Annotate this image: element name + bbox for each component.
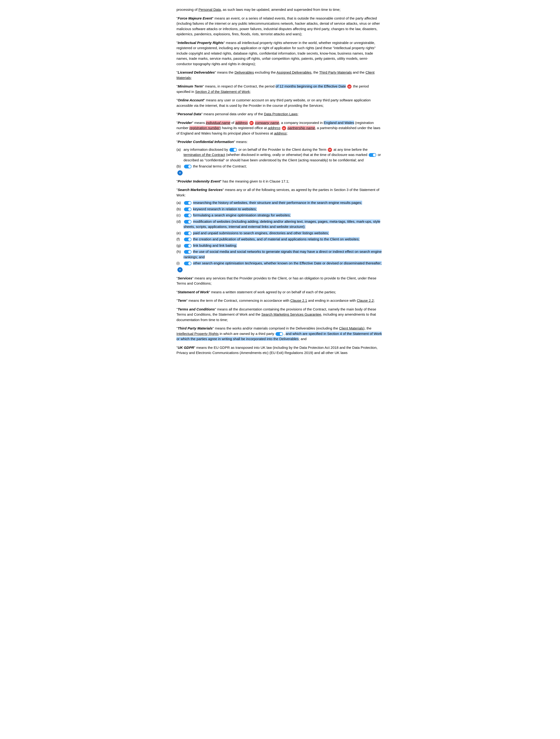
company-name: company name xyxy=(255,121,279,125)
toggle-smc[interactable] xyxy=(184,213,191,217)
individual-name: individual name xyxy=(206,121,230,125)
term-statement-of-work: Statement of Work xyxy=(178,290,209,294)
section-terms-and-conditions: "Terms and Conditions" means all the doc… xyxy=(176,307,384,323)
term-uk-gdpr: UK GDPR xyxy=(178,345,194,349)
search-marketing-item-a: (a) researching the history of websites,… xyxy=(176,200,384,205)
toggle-smi[interactable] xyxy=(184,262,191,265)
toggle-sme[interactable] xyxy=(184,232,191,235)
toggle-smf[interactable] xyxy=(184,238,191,241)
section-uk-gdpr: "UK GDPR" means the EU GDPR as transpose… xyxy=(176,345,384,355)
add-button-1[interactable]: + xyxy=(177,170,182,175)
search-marketing-item-i: (i) other search engine optimisation tec… xyxy=(176,261,384,266)
reg-number: registration number xyxy=(189,126,220,130)
uk-gdpr-text: "UK GDPR" means the EU GDPR as transpose… xyxy=(176,345,384,355)
toggle-1[interactable] xyxy=(230,148,237,152)
list-label-smf: (f) xyxy=(176,237,183,242)
list-label-a1: (a) xyxy=(176,147,183,152)
toggle-smg[interactable] xyxy=(184,244,191,248)
section-provider-indemnity: "Provider Indemnity Event" has the meani… xyxy=(176,179,384,184)
list-content-smb: keyword research in relation to websites… xyxy=(183,206,384,212)
section-force-majeure: "Force Majeure Event" means an event, or… xyxy=(176,16,384,37)
provider-confidential-text: "Provider Confidential Information" mean… xyxy=(176,139,384,145)
term-term: Term xyxy=(178,298,186,302)
list-label-smg: (g) xyxy=(176,243,183,248)
term-search-marketing: Search Marketing Services xyxy=(178,188,223,192)
provider-confidential-item-a: (a) any information disclosed by or on b… xyxy=(176,147,384,163)
toggle-sma[interactable] xyxy=(184,201,191,205)
section-ipr: "Intellectual Property Rights" means all… xyxy=(176,40,384,67)
third-party-materials-text: "Third Party Materials" means the works … xyxy=(176,326,384,342)
minimum-term-text: "Minimum Term" means, in respect of the … xyxy=(176,84,384,94)
force-majeure-text: "Force Majeure Event" means an event, or… xyxy=(176,16,384,37)
toggle-tpm[interactable] xyxy=(276,332,283,336)
list-content-smf: the creation and publication of websites… xyxy=(183,237,384,242)
toggle-smb[interactable] xyxy=(184,207,191,211)
search-marketing-item-d: (d) modification of websites (including … xyxy=(176,219,384,230)
list-content-smi: other search engine optimisation techniq… xyxy=(183,261,384,266)
section-third-party-materials: "Third Party Materials" means the works … xyxy=(176,326,384,342)
list-content-sme: paid and unpaid submissions to search en… xyxy=(183,231,384,236)
section-minimum-term: "Minimum Term" means, in respect of the … xyxy=(176,84,384,94)
ipr-text: "Intellectual Property Rights" means all… xyxy=(176,40,384,67)
address-1: address xyxy=(235,121,248,125)
list-label-smi: (i) xyxy=(176,261,183,266)
provider-text: "Provider" means individual name of addr… xyxy=(176,120,384,136)
search-marketing-item-f: (f) the creation and publication of webs… xyxy=(176,237,384,242)
term-services: Services xyxy=(178,276,192,280)
section-processing: processing of Personal Data, as such law… xyxy=(176,7,384,12)
list-label-smh: (h) xyxy=(176,249,183,255)
list-label-smc: (c) xyxy=(176,212,183,218)
section-licensed-deliverables: "Licensed Deliverables" means the Delive… xyxy=(176,70,384,81)
services-text: "Services" means any services that the P… xyxy=(176,276,384,286)
personal-data-text: "Personal Data" means personal data unde… xyxy=(176,112,384,117)
licensed-deliverables-text: "Licensed Deliverables" means the Delive… xyxy=(176,70,384,81)
list-content-b1: the financial terms of the Contract; xyxy=(183,164,384,169)
toggle-3[interactable] xyxy=(184,165,191,168)
list-content-smd: modification of websites (including addi… xyxy=(183,219,384,230)
search-marketing-item-c: (c) formulating a search engine optimisa… xyxy=(176,212,384,218)
list-content-a1: any information disclosed by or on behal… xyxy=(183,147,384,163)
partnership-name: partnership name xyxy=(288,126,315,130)
term-text: "Term" means the term of the Contract, c… xyxy=(176,298,384,303)
provider-indemnity-text: "Provider Indemnity Event" has the meani… xyxy=(176,179,384,184)
document-content: processing of Personal Data, as such law… xyxy=(176,7,384,355)
or-badge-4: or xyxy=(328,148,332,152)
list-content-sma: researching the history of websites, the… xyxy=(183,200,384,205)
or-badge-3: or xyxy=(282,126,286,130)
term-force-majeure: Force Majeure Event xyxy=(178,16,212,20)
terms-and-conditions-text: "Terms and Conditions" means all the doc… xyxy=(176,307,384,323)
toggle-2[interactable] xyxy=(369,153,376,157)
provider-confidential-item-b: (b) the financial terms of the Contract; xyxy=(176,164,384,169)
processing-text: processing of Personal Data, as such law… xyxy=(176,7,384,12)
section-statement-of-work: "Statement of Work" means a written stat… xyxy=(176,290,384,295)
list-label-smd: (d) xyxy=(176,219,183,225)
section-provider: "Provider" means individual name of addr… xyxy=(176,120,384,136)
list-label-b1: (b) xyxy=(176,164,183,169)
section-services: "Services" means any services that the P… xyxy=(176,276,384,286)
term-provider-confidential: Provider Confidential Information xyxy=(178,140,234,144)
toggle-smd[interactable] xyxy=(184,220,191,224)
list-content-smh: the use of social media and social netwo… xyxy=(183,249,384,260)
term-licensed-deliverables: Licensed Deliverables xyxy=(178,70,215,74)
term-provider: Provider xyxy=(178,121,192,125)
term-online-account: Online Account xyxy=(178,98,203,102)
toggle-smh[interactable] xyxy=(184,250,191,254)
address-2: address xyxy=(268,126,280,130)
section-search-marketing: "Search Marketing Services" means any or… xyxy=(176,187,384,272)
term-third-party-materials: Third Party Materials xyxy=(178,326,213,330)
term-terms-and-conditions: Terms and Conditions xyxy=(178,307,215,311)
list-label-smb: (b) xyxy=(176,206,183,212)
search-marketing-item-e: (e) paid and unpaid submissions to searc… xyxy=(176,231,384,236)
list-label-sma: (a) xyxy=(176,200,183,205)
list-label-sme: (e) xyxy=(176,231,183,236)
or-badge-2: or xyxy=(249,121,254,125)
section-provider-confidential: "Provider Confidential Information" mean… xyxy=(176,139,384,175)
add-button-2[interactable]: + xyxy=(177,267,182,272)
statement-of-work-text: "Statement of Work" means a written stat… xyxy=(176,290,384,295)
section-personal-data: "Personal Data" means personal data unde… xyxy=(176,112,384,117)
or-badge-1: or xyxy=(347,85,352,89)
list-content-smg: link building and link baiting; xyxy=(183,243,384,248)
section-online-account: "Online Account" means any user or custo… xyxy=(176,98,384,108)
list-content-smc: formulating a search engine optimisation… xyxy=(183,212,384,218)
address-3: address xyxy=(274,131,287,135)
